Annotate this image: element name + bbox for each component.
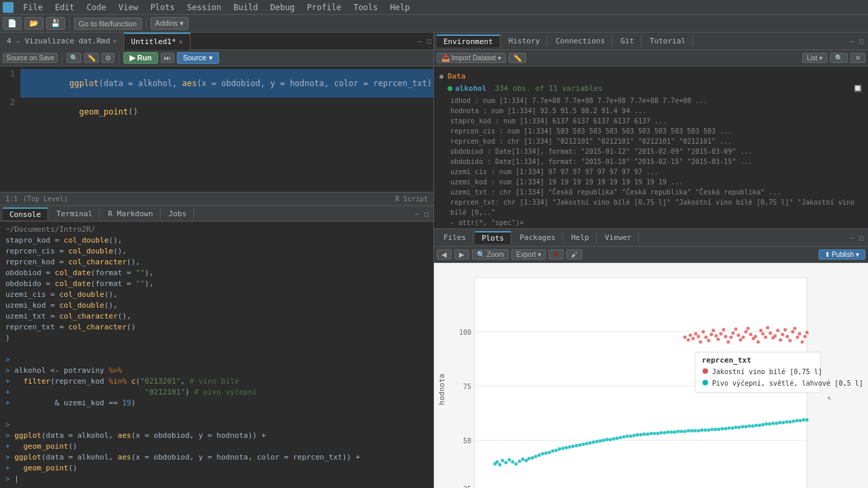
console-maximize[interactable]: □ — [422, 210, 431, 218]
editor-minimize[interactable]: — — [416, 37, 424, 45]
env-tab-environment[interactable]: Environment — [437, 35, 500, 47]
open-file-button[interactable]: 📂 — [24, 17, 43, 30]
plot-minimize[interactable]: — — [848, 234, 856, 241]
import-dataset-button[interactable]: 📥 Import Dataset ▾ — [437, 53, 506, 63]
svg-point-125 — [730, 336, 733, 339]
edit-btn[interactable]: ✏️ — [84, 53, 99, 63]
svg-point-58 — [643, 432, 646, 436]
source-on-save-btn[interactable]: Source on Save — [3, 53, 58, 63]
plot-maximize[interactable]: □ — [857, 234, 865, 241]
plot-tab-plots[interactable]: Plots — [475, 231, 511, 244]
console-pwd: ~/Documents/Intro2R/ — [5, 224, 428, 235]
env-maximize[interactable]: □ — [857, 37, 865, 45]
env-var-alkohol[interactable]: alkohol — [455, 84, 486, 93]
svg-point-110 — [692, 337, 695, 340]
list-view-button[interactable]: List ▾ — [802, 53, 827, 63]
menu-plots[interactable]: Plots — [145, 1, 180, 14]
env-minimize[interactable]: — — [848, 37, 856, 45]
format-btn[interactable]: ⚙ — [102, 53, 115, 63]
svg-point-65 — [667, 430, 670, 434]
env-tab-connections[interactable]: Connections — [549, 35, 612, 47]
svg-point-141 — [769, 331, 772, 335]
editor-maximize[interactable]: □ — [425, 37, 433, 45]
menu-code[interactable]: Code — [81, 1, 112, 14]
cl23: > | — [5, 474, 428, 485]
console-tab-jobs[interactable]: Jobs — [162, 208, 195, 220]
back-button[interactable]: ◀ — [437, 249, 452, 260]
menu-build[interactable]: Build — [228, 1, 263, 14]
svg-point-93 — [762, 423, 765, 426]
console-content[interactable]: ~/Documents/Intro2R/ stapro_kod = col_do… — [0, 222, 433, 488]
env-tab-git[interactable]: Git — [614, 35, 642, 47]
svg-point-23 — [525, 459, 528, 462]
svg-point-25 — [531, 456, 534, 460]
next-btn[interactable]: ⏭ — [161, 53, 174, 63]
menu-profile[interactable]: Profile — [302, 1, 347, 14]
svg-point-98 — [778, 421, 782, 424]
svg-point-35 — [565, 446, 568, 449]
delete-plot-button[interactable]: ✕ — [549, 249, 564, 260]
code-editor[interactable]: 1 ggplot(data = alkohol, aes(x = obdobio… — [0, 66, 433, 192]
console-tab-rmarkdown[interactable]: R Markdown — [101, 208, 160, 220]
ed-sep1 — [62, 52, 62, 64]
env-close-button[interactable]: ✕ — [850, 53, 865, 63]
console-minimize[interactable]: — — [413, 210, 421, 218]
top-level: (Top Level) — [23, 195, 68, 203]
brush-button[interactable]: 🖌 — [566, 249, 583, 260]
plot-tab-viewer[interactable]: Viewer — [598, 232, 639, 243]
env-edit-button[interactable]: ✏️ — [509, 53, 526, 63]
menu-view[interactable]: View — [113, 1, 144, 14]
save-button[interactable]: 💾 — [46, 17, 65, 30]
export-button[interactable]: Export ▾ — [511, 249, 546, 260]
addins-button[interactable]: Addins ▾ — [151, 17, 189, 30]
plot-tab-help[interactable]: Help — [564, 232, 597, 243]
env-tab-history[interactable]: History — [502, 35, 547, 47]
menu-debug[interactable]: Debug — [264, 1, 300, 14]
console-panel-controls: — □ — [413, 210, 431, 218]
tab-untitled[interactable]: Untitled1* ✕ — [124, 33, 190, 50]
svg-point-28 — [541, 452, 545, 455]
svg-point-88 — [745, 425, 748, 428]
publish-button[interactable]: ⬆ Publish ▾ — [818, 249, 865, 260]
menu-tools[interactable]: Tools — [348, 1, 383, 14]
menu-help[interactable]: Help — [384, 1, 415, 14]
menu-edit[interactable]: Edit — [50, 1, 80, 14]
menu-session[interactable]: Session — [182, 1, 227, 14]
svg-point-90 — [751, 424, 755, 428]
zoom-button[interactable]: 🔍 Zoom — [472, 249, 509, 260]
line-content-1: ggplot(data = alkohol, aes(x = obdobiod,… — [20, 69, 433, 98]
svg-point-116 — [707, 339, 711, 342]
tab-visualize[interactable]: 4 - Vizualizace dat.Rmd ✕ — [0, 33, 124, 50]
menu-file[interactable]: File — [18, 1, 48, 14]
plot-tab-files[interactable]: Files — [437, 232, 473, 243]
svg-point-22 — [521, 458, 525, 461]
env-tab-tutorial[interactable]: Tutorial — [643, 35, 693, 47]
new-file-button[interactable]: 📄 — [3, 17, 22, 30]
source-button[interactable]: Source ▾ — [177, 52, 219, 64]
svg-point-85 — [734, 426, 738, 429]
env-expand-icon[interactable]: 🔲 — [853, 84, 863, 93]
svg-point-143 — [774, 334, 777, 338]
console-tab-console[interactable]: Console — [3, 207, 48, 220]
svg-point-161 — [703, 380, 708, 386]
console-tab-terminal[interactable]: Terminal — [50, 208, 100, 220]
tab-untitled-close[interactable]: ✕ — [179, 38, 183, 45]
plot-tab-packages[interactable]: Packages — [513, 232, 563, 243]
cl14: + filter(reprcen_kod %in% c("0213201", #… — [5, 376, 428, 387]
svg-point-76 — [704, 428, 707, 432]
toolbar-sep2 — [146, 18, 146, 30]
svg-point-81 — [721, 427, 724, 430]
tab-visualize-close[interactable]: ✕ — [113, 37, 117, 45]
run-button[interactable]: ▶ Run — [123, 52, 157, 64]
main-toolbar: 📄 📂 💾 Go to file/function Addins ▾ — [0, 15, 868, 33]
svg-point-152 — [796, 336, 800, 339]
code-line-2: 2 geom_point() — [0, 98, 433, 126]
env-section-data: Data — [448, 72, 466, 81]
svg-point-27 — [538, 453, 541, 457]
forward-button[interactable]: ▶ — [454, 249, 469, 260]
search-btn[interactable]: 🔍 — [66, 53, 81, 63]
go-to-file-button[interactable]: Go to file/function — [74, 18, 142, 30]
svg-point-47 — [606, 438, 609, 441]
env-search-button[interactable]: 🔍 — [830, 53, 848, 63]
svg-point-144 — [776, 329, 780, 332]
